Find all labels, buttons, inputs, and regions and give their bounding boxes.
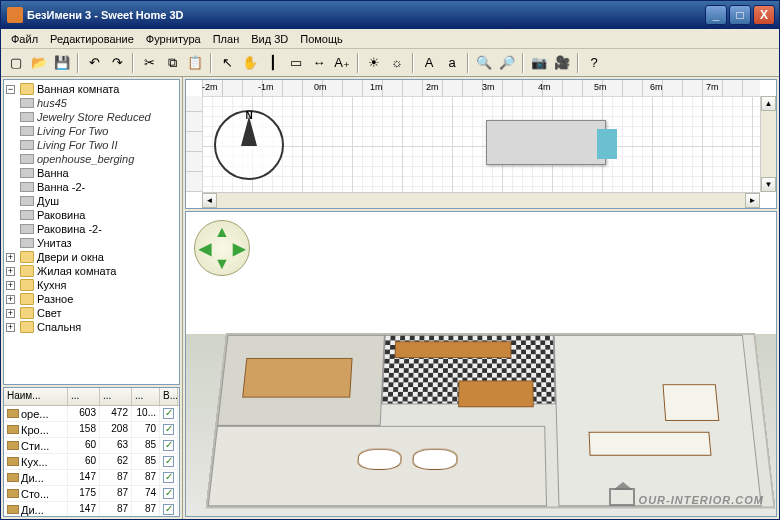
plan-scroll-vertical[interactable]: ▲ ▼ <box>760 96 776 192</box>
collapse-icon[interactable]: − <box>6 85 15 94</box>
paste-button[interactable]: 📋 <box>184 52 206 74</box>
scroll-right-button[interactable]: ► <box>745 193 760 208</box>
nav-right-button[interactable]: ▶ <box>233 239 245 258</box>
menu-view3d[interactable]: Вид 3D <box>245 31 294 47</box>
arrow-button[interactable]: ↖ <box>216 52 238 74</box>
maximize-button[interactable]: □ <box>729 5 751 25</box>
catalog-item[interactable]: Душ <box>20 194 177 208</box>
catalog-category[interactable]: +Разное <box>6 292 177 306</box>
zoom-in-button[interactable]: 🔍 <box>473 52 495 74</box>
wall-button[interactable]: ┃ <box>262 52 284 74</box>
column-header-d[interactable]: ... <box>100 388 132 405</box>
table-row[interactable]: Ди...1478787✓ <box>4 502 179 517</box>
sun-button[interactable]: ☀ <box>363 52 385 74</box>
text-big-button[interactable]: A <box>418 52 440 74</box>
catalog-item[interactable]: Ванна -2- <box>20 180 177 194</box>
column-header-w[interactable]: ... <box>68 388 100 405</box>
catalog-item[interactable]: Jewelry Store Reduced <box>20 110 177 124</box>
expand-icon[interactable]: + <box>6 267 15 276</box>
menu-file[interactable]: Файл <box>5 31 44 47</box>
cell-vis[interactable]: ✓ <box>160 422 178 437</box>
catalog-category[interactable]: +Жилая комната <box>6 264 177 278</box>
dimension-button[interactable]: ↔ <box>308 52 330 74</box>
close-button[interactable]: X <box>753 5 775 25</box>
table-row[interactable]: Кух...606285✓ <box>4 454 179 470</box>
plan-2d-pane[interactable]: -2m-1m0m1m2m3m4m5m6m7m ◄ ► ▲ ▼ <box>185 79 777 209</box>
catalog-item[interactable]: Раковина -2- <box>20 222 177 236</box>
open-file-button[interactable]: 📂 <box>28 52 50 74</box>
video-button[interactable]: 🎥 <box>551 52 573 74</box>
cell-vis[interactable]: ✓ <box>160 502 178 517</box>
text-button[interactable]: A₊ <box>331 52 353 74</box>
catalog-item[interactable]: Living For Two <box>20 124 177 138</box>
catalog-item[interactable]: Ванна <box>20 166 177 180</box>
menu-plan[interactable]: План <box>207 31 246 47</box>
catalog-item[interactable]: hus45 <box>20 96 177 110</box>
redo-button[interactable]: ↷ <box>106 52 128 74</box>
visibility-checkbox[interactable]: ✓ <box>163 408 174 419</box>
menu-furniture[interactable]: Фурнитура <box>140 31 207 47</box>
catalog-item[interactable]: Раковина <box>20 208 177 222</box>
menu-edit[interactable]: Редактирование <box>44 31 140 47</box>
hand-button[interactable]: ✋ <box>239 52 261 74</box>
table-row[interactable]: Ди...1478787✓ <box>4 470 179 486</box>
menu-help[interactable]: Помощь <box>294 31 349 47</box>
visibility-checkbox[interactable]: ✓ <box>163 488 174 499</box>
expand-icon[interactable]: + <box>6 309 15 318</box>
table-row[interactable]: Сти...606385✓ <box>4 438 179 454</box>
camera-button[interactable]: 📷 <box>528 52 550 74</box>
cell-vis[interactable]: ✓ <box>160 486 178 501</box>
room-button[interactable]: ▭ <box>285 52 307 74</box>
catalog-category[interactable]: +Кухня <box>6 278 177 292</box>
compass-icon[interactable] <box>214 110 284 180</box>
new-file-button[interactable]: ▢ <box>5 52 27 74</box>
cell-vis[interactable]: ✓ <box>160 438 178 453</box>
cell-vis[interactable]: ✓ <box>160 470 178 485</box>
help-button[interactable]: ? <box>583 52 605 74</box>
nav-down-button[interactable]: ▼ <box>214 255 230 273</box>
plan-scroll-horizontal[interactable]: ◄ ► <box>202 192 760 208</box>
expand-icon[interactable]: + <box>6 253 15 262</box>
expand-icon[interactable]: + <box>6 323 15 332</box>
text-small-button[interactable]: a <box>441 52 463 74</box>
nav-up-button[interactable]: ▲ <box>214 223 230 241</box>
visibility-checkbox[interactable]: ✓ <box>163 472 174 483</box>
zoom-out-button[interactable]: 🔎 <box>496 52 518 74</box>
cell-vis[interactable]: ✓ <box>160 454 178 469</box>
3d-scene[interactable] <box>186 212 776 516</box>
expand-icon[interactable]: + <box>6 281 15 290</box>
furniture-catalog-tree[interactable]: −Ванная комнатаhus45Jewelry Store Reduce… <box>3 79 180 385</box>
cell-vis[interactable]: ✓ <box>160 406 178 421</box>
expand-icon[interactable]: + <box>6 295 15 304</box>
catalog-category[interactable]: −Ванная комната <box>6 82 177 96</box>
visibility-checkbox[interactable]: ✓ <box>163 504 174 515</box>
catalog-item[interactable]: openhouse_berging <box>20 152 177 166</box>
table-row[interactable]: Сто...1758774✓ <box>4 486 179 502</box>
column-header-vis[interactable]: В... <box>160 388 178 405</box>
visibility-checkbox[interactable]: ✓ <box>163 424 174 435</box>
plan-grid[interactable] <box>202 96 760 192</box>
scroll-down-button[interactable]: ▼ <box>761 177 776 192</box>
column-header-h[interactable]: ... <box>132 388 160 405</box>
catalog-item[interactable]: Living For Two II <box>20 138 177 152</box>
furniture-list-table[interactable]: Наим............В...оре...60347210...✓Кр… <box>3 387 180 517</box>
nav-left-button[interactable]: ◀ <box>199 239 211 258</box>
scroll-up-button[interactable]: ▲ <box>761 96 776 111</box>
minimize-button[interactable]: _ <box>705 5 727 25</box>
catalog-category[interactable]: +Спальня <box>6 320 177 334</box>
titlebar[interactable]: БезИмени 3 - Sweet Home 3D _ □ X <box>1 1 779 29</box>
cut-button[interactable]: ✂ <box>138 52 160 74</box>
visibility-checkbox[interactable]: ✓ <box>163 440 174 451</box>
nav-3d-control[interactable]: ▲ ▼ ◀ ▶ <box>194 220 250 276</box>
scroll-left-button[interactable]: ◄ <box>202 193 217 208</box>
view-3d-pane[interactable]: ▲ ▼ ◀ ▶ OUR-INTERIOR.COM <box>185 211 777 517</box>
table-row[interactable]: оре...60347210...✓ <box>4 406 179 422</box>
table-row[interactable]: Кро...15820870✓ <box>4 422 179 438</box>
catalog-category[interactable]: +Свет <box>6 306 177 320</box>
column-header-name[interactable]: Наим... <box>4 388 68 405</box>
catalog-category[interactable]: +Двери и окна <box>6 250 177 264</box>
plan-preview[interactable] <box>486 120 606 165</box>
compute-sun-button[interactable]: ☼ <box>386 52 408 74</box>
catalog-item[interactable]: Унитаз <box>20 236 177 250</box>
copy-button[interactable]: ⧉ <box>161 52 183 74</box>
